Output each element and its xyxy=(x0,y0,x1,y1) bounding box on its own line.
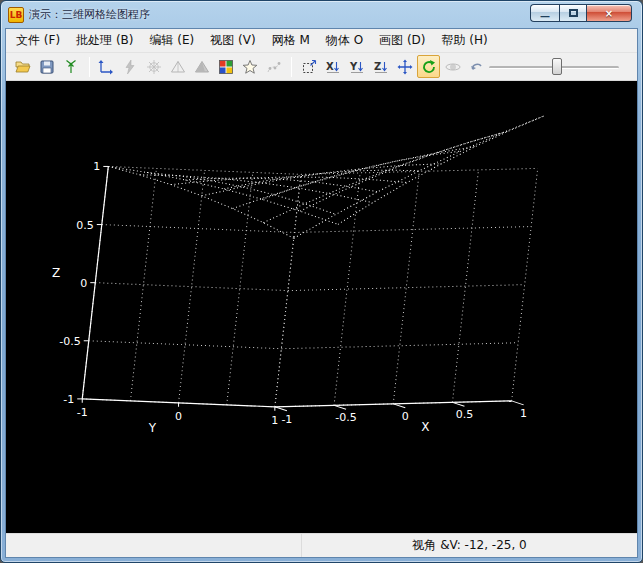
app-window: LB 演示：三维网格绘图程序 — × 文件 (F)批处理 (B)编辑 (E)视图… xyxy=(0,0,643,563)
svg-text:X: X xyxy=(326,61,334,72)
menu-item-object[interactable]: 物体 O xyxy=(318,29,371,52)
svg-text:Y: Y xyxy=(349,61,358,72)
minimize-icon: — xyxy=(540,11,550,22)
titlebar[interactable]: LB 演示：三维网格绘图程序 — × xyxy=(5,1,638,28)
plot-tick-label: -1 xyxy=(63,393,74,406)
svg-text:Z: Z xyxy=(374,61,381,72)
plot-tick-label: -1 xyxy=(281,413,292,426)
lightning-icon[interactable] xyxy=(119,55,142,78)
plot-tick-label: Y xyxy=(148,421,157,435)
axes-move-icon[interactable] xyxy=(95,55,118,78)
view-slider[interactable] xyxy=(489,57,619,77)
x-axis-down-icon[interactable]: X xyxy=(321,55,344,78)
window-controls: — × xyxy=(530,4,632,22)
web-grid-icon[interactable] xyxy=(143,55,166,78)
menu-item-edit[interactable]: 编辑 (E) xyxy=(142,29,203,52)
menu-item-help[interactable]: 帮助 (H) xyxy=(434,29,496,52)
color-palette-icon[interactable] xyxy=(215,55,238,78)
scatter-curve-icon[interactable] xyxy=(263,55,286,78)
toolbar: XYZ xyxy=(6,53,637,81)
select-region-icon[interactable] xyxy=(297,55,320,78)
plot-labels: 10.50-0.5-1-101-1-0.500.51ZYX xyxy=(52,160,527,434)
maximize-button[interactable] xyxy=(559,4,587,22)
orbit-icon[interactable] xyxy=(441,55,464,78)
plot-canvas[interactable]: 10.50-0.5-1-101-1-0.500.51ZYX xyxy=(6,81,637,533)
close-icon: × xyxy=(605,8,613,19)
plot-tick-label: -0.5 xyxy=(59,335,81,348)
plot-axes xyxy=(77,166,523,410)
toolbar-separator xyxy=(89,57,90,77)
plot-tick-label: X xyxy=(421,420,429,434)
close-button[interactable]: × xyxy=(587,4,632,22)
plot-tick-label: 0.5 xyxy=(76,219,94,232)
undo-icon[interactable] xyxy=(465,55,488,78)
y-axis-down-icon[interactable]: Y xyxy=(345,55,368,78)
plot-tick-label: 0.5 xyxy=(456,408,474,421)
menu-item-draw[interactable]: 画图 (D) xyxy=(371,29,433,52)
window-title: 演示：三维网格绘图程序 xyxy=(29,7,150,22)
plot-tick-label: 1 xyxy=(93,160,100,173)
menu-item-view[interactable]: 视图 (V) xyxy=(202,29,263,52)
app-icon: LB xyxy=(8,7,24,23)
antenna-icon[interactable] xyxy=(60,55,83,78)
z-axis-down-icon[interactable]: Z xyxy=(369,55,392,78)
maximize-icon xyxy=(569,9,578,17)
view-slider-thumb[interactable] xyxy=(552,58,562,75)
pyramid-outline-icon[interactable] xyxy=(167,55,190,78)
menu-item-file[interactable]: 文件 (F) xyxy=(8,29,68,52)
client-area: 文件 (F)批处理 (B)编辑 (E)视图 (V)网格 M物体 O画图 (D)帮… xyxy=(5,28,638,558)
plot-tick-label: -1 xyxy=(77,406,88,419)
plot-tick-label: 0 xyxy=(402,410,409,423)
pan-arrows-icon[interactable] xyxy=(393,55,416,78)
star-icon[interactable] xyxy=(239,55,262,78)
statusbar: 视角 &V: -12, -25, 0 xyxy=(6,533,637,557)
plot-tick-label: 1 xyxy=(271,414,278,427)
save-icon[interactable] xyxy=(36,55,59,78)
surface-mesh xyxy=(108,116,543,238)
plot-area[interactable]: 10.50-0.5-1-101-1-0.500.51ZYX xyxy=(6,81,637,533)
status-view-angle: 视角 &V: -12, -25, 0 xyxy=(302,537,637,554)
plot-tick-label: Z xyxy=(52,266,60,280)
pyramid-solid-icon[interactable] xyxy=(191,55,214,78)
menu-item-batch[interactable]: 批处理 (B) xyxy=(68,29,141,52)
menu-item-mesh[interactable]: 网格 M xyxy=(264,29,318,52)
status-left-panel xyxy=(6,534,302,557)
minimize-button[interactable]: — xyxy=(530,4,559,22)
open-folder-icon[interactable] xyxy=(12,55,35,78)
rotate-3d-icon[interactable] xyxy=(417,55,440,78)
toolbar-separator xyxy=(291,57,292,77)
plot-tick-label: 0 xyxy=(175,410,182,423)
menubar: 文件 (F)批处理 (B)编辑 (E)视图 (V)网格 M物体 O画图 (D)帮… xyxy=(6,29,637,53)
plot-tick-label: 1 xyxy=(520,407,527,420)
plot-walls xyxy=(82,166,537,406)
plot-tick-label: 0 xyxy=(80,277,87,290)
plot-tick-label: -0.5 xyxy=(335,411,357,424)
